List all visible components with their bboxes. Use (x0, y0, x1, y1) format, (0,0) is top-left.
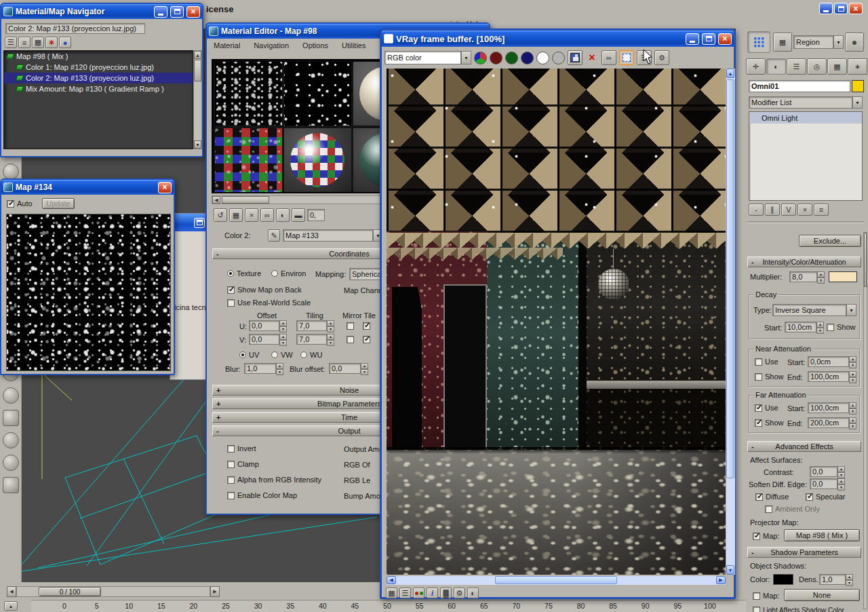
shadow-map-checkbox[interactable]: Map: (753, 592, 779, 600)
scroll-thumb[interactable] (222, 196, 269, 204)
enable-color-map-checkbox[interactable]: Enable Color Map (227, 491, 297, 499)
texture-radio[interactable]: Texture (227, 269, 261, 278)
material-slot[interactable] (215, 62, 282, 126)
time-back-arrow[interactable]: ◀ (7, 586, 16, 597)
maximize-button[interactable] (702, 33, 715, 45)
use-real-world-checkbox[interactable]: Use Real-World Scale (227, 299, 311, 307)
material-slot[interactable] (284, 128, 351, 192)
region-render-button[interactable] (619, 50, 634, 65)
stamp-icon[interactable]: ◐ (467, 588, 479, 598)
tree-item[interactable]: Map #98 ( Mix ) (4, 51, 193, 62)
scroll-down-arrow[interactable]: ▼ (726, 565, 734, 575)
clear-image-button[interactable]: × (585, 50, 599, 65)
background-window-button[interactable] (194, 218, 205, 228)
soften-spinner[interactable]: 0,0▴▾ (810, 478, 845, 489)
pin-stack-icon[interactable]: - (749, 204, 764, 216)
far-show-checkbox[interactable]: Show (755, 419, 784, 427)
timeline-ruler[interactable]: 0510152025303540455055606570758085909510… (31, 600, 746, 612)
object-name-field[interactable]: Omni01 (749, 80, 850, 92)
update-button[interactable]: Update (42, 198, 75, 209)
scroll-up-arrow[interactable]: ▲ (194, 51, 201, 59)
shadow-color-swatch[interactable] (773, 574, 793, 585)
v-tiling-spinner[interactable]: 7,0▴▾ (296, 334, 334, 345)
u-tile-checkbox[interactable] (363, 322, 370, 330)
rollout-shadow-parameters[interactable]: -Shadow Parameters (747, 547, 861, 558)
exclude-button[interactable]: Exclude... (799, 235, 861, 247)
diffuse-checkbox[interactable]: Diffuse (755, 493, 789, 501)
u-offset-spinner[interactable]: 0,0▴▾ (249, 320, 287, 331)
red-channel-icon[interactable] (490, 52, 502, 64)
vw-radio[interactable]: VW (271, 351, 293, 359)
layers-icon[interactable]: ☰ (399, 588, 411, 598)
scroll-thumb[interactable] (864, 233, 867, 287)
background-window-titlebar[interactable] (170, 214, 206, 231)
clamp-checkbox[interactable]: Clamp (227, 460, 259, 468)
minimize-button[interactable] (686, 33, 699, 45)
density-spinner[interactable]: 1,0▴▾ (819, 574, 853, 585)
alpha-from-rgb-checkbox[interactable]: Alpha from RGB Intensity (227, 476, 321, 484)
decay-type-dropdown[interactable]: Inverse Square ▼ (772, 304, 856, 316)
remove-modifier-icon[interactable]: × (797, 204, 812, 216)
snaps-toggle-button[interactable] (747, 31, 770, 53)
scroll-thumb[interactable] (726, 79, 734, 478)
blur-offset-spinner[interactable]: 0,0▴▾ (329, 363, 368, 374)
view-icons-small-icon[interactable]: ∗ (45, 37, 58, 48)
close-button[interactable]: × (849, 3, 863, 14)
v-offset-spinner[interactable]: 0,0▴▾ (249, 334, 287, 345)
auto-checkbox[interactable]: Auto (7, 199, 33, 208)
menu-options[interactable]: Options (301, 41, 330, 50)
projector-map-button[interactable]: Map #98 ( Mix ) (784, 529, 860, 541)
blur-spinner[interactable]: 1,0▴▾ (244, 363, 283, 374)
render-type-dropdown[interactable]: Region ▼ (793, 35, 844, 49)
menu-navigation[interactable]: Navigation (252, 41, 290, 50)
rollout-advanced-effects[interactable]: -Advanced Effects (747, 441, 861, 452)
scroll-left-arrow[interactable]: ◀ (387, 576, 396, 584)
scroll-right-arrow[interactable]: ▶ (716, 576, 726, 584)
contrast-spinner[interactable]: 0,0▴▾ (810, 466, 845, 477)
tab-utilities[interactable]: ∗ (848, 58, 867, 75)
view-icons-large-icon[interactable]: ● (59, 37, 71, 48)
color-correction-icon[interactable] (413, 588, 425, 598)
rollout-intensity[interactable]: -Intensity/Color/Attenuation (747, 256, 861, 267)
tab-modify[interactable]: ◐ (766, 58, 786, 75)
modifier-list-dropdown[interactable]: Modifier List ▼ (749, 96, 863, 109)
show-vfb-window-icon[interactable]: ▦ (386, 588, 397, 598)
close-button[interactable]: × (158, 182, 172, 193)
tab-motion[interactable]: ◎ (807, 58, 827, 75)
vray-titlebar[interactable]: VRay frame buffer. [100%] × (382, 31, 734, 47)
tree-item[interactable]: Color 1: Map #120 (proyeccion luz.jpg) (4, 62, 193, 73)
view-list-icon[interactable]: ☰ (5, 37, 17, 48)
environ-radio[interactable]: Environ (271, 269, 306, 278)
make-unique-icon[interactable]: V (781, 204, 796, 216)
left-toolbar-icon[interactable] (3, 410, 19, 426)
wu-radio[interactable]: WU (300, 351, 322, 359)
decay-start-spinner[interactable]: 10,0cm▴▾ (785, 322, 824, 332)
left-toolbar-icon[interactable] (3, 432, 19, 448)
show-map-icon[interactable]: ◐ (276, 208, 290, 222)
time-slider-track[interactable]: 0 / 100 (16, 586, 210, 597)
pixel-aspect-icon[interactable]: ▓ (440, 588, 452, 598)
info-icon[interactable]: i (427, 588, 438, 598)
specular-checkbox[interactable]: Specular (806, 493, 845, 501)
navigator-titlebar[interactable]: Material/Map Navigator × (1, 4, 202, 19)
delete-map-icon[interactable]: × (245, 208, 258, 222)
blue-channel-icon[interactable] (521, 52, 534, 64)
vray-h-scrollbar[interactable]: ◀ ▶ (387, 576, 726, 585)
buffer-settings-icon[interactable]: ⚙ (654, 50, 669, 65)
material-slot[interactable] (284, 62, 351, 126)
tab-create[interactable]: ✛ (746, 58, 766, 75)
tree-item[interactable]: Mix Amount: Map #130 ( Gradient Ramp ) (4, 83, 193, 94)
near-start-spinner[interactable]: 0,0cm▴▾ (808, 356, 856, 367)
navigator-tree[interactable]: Map #98 ( Mix )Color 1: Map #120 (proyec… (3, 50, 193, 149)
tab-hierarchy[interactable]: ☰ (787, 58, 806, 75)
light-color-swatch[interactable] (852, 80, 864, 92)
modifier-stack[interactable]: Omni Light (749, 111, 863, 201)
stack-item-omni-light[interactable]: Omni Light (749, 112, 862, 123)
mono-channel-icon[interactable] (552, 52, 565, 64)
far-start-spinner[interactable]: 100,0cm▴▾ (808, 402, 856, 413)
menu-utilities[interactable]: Utilities (340, 41, 367, 50)
u-mirror-checkbox[interactable] (347, 322, 354, 330)
open-mini-curve-editor-button[interactable]: ▲ (4, 601, 18, 611)
material-id-field[interactable]: 0, (307, 209, 325, 221)
material-slot[interactable] (215, 128, 282, 192)
